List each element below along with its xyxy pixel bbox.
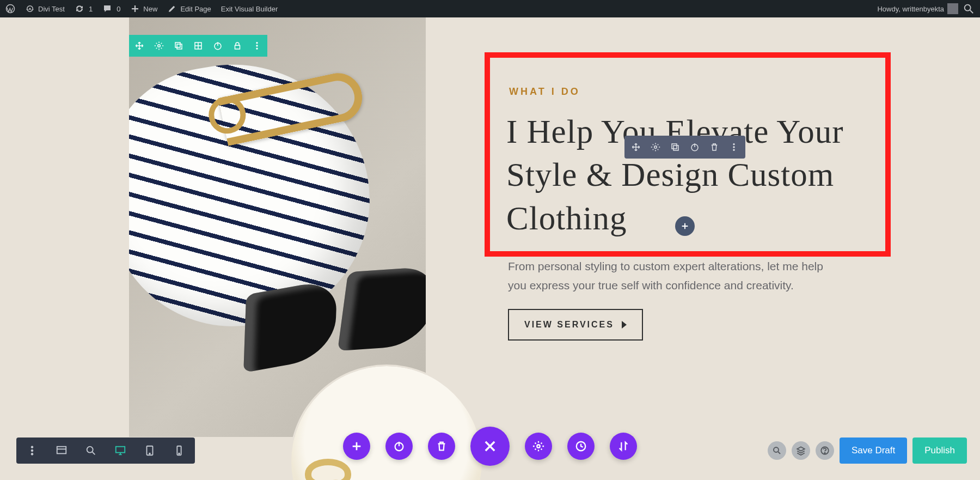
power-icon[interactable] (213, 41, 223, 51)
page-stage: WHAT I DO I Help You Elevate Your Style … (0, 17, 980, 480)
add-module-button[interactable] (675, 216, 695, 236)
new-label: New (143, 5, 157, 13)
zoom-view-icon[interactable] (85, 445, 97, 457)
more-icon[interactable] (729, 142, 739, 152)
wp-logo[interactable] (5, 4, 15, 14)
admin-search[interactable] (963, 3, 975, 15)
updates[interactable]: 1 (75, 4, 93, 14)
save-draft-button[interactable]: Save Draft (840, 438, 907, 464)
exit-visual-builder[interactable]: Exit Visual Builder (221, 5, 278, 13)
tablet-view-icon[interactable] (144, 445, 156, 457)
site-name[interactable]: Divi Test (25, 4, 65, 14)
edit-page-label: Edit Page (180, 5, 211, 13)
view-toolbar (16, 438, 195, 464)
eyebrow-text[interactable]: WHAT I DO (509, 86, 580, 98)
new-content[interactable]: New (130, 4, 157, 14)
svg-point-21 (31, 449, 33, 452)
svg-point-19 (733, 149, 735, 151)
more-icon[interactable] (252, 41, 262, 51)
page-settings-button[interactable] (525, 433, 552, 460)
my-account[interactable]: Howdy, writtenbyekta (877, 3, 958, 14)
wireframe-view-icon[interactable] (56, 445, 68, 457)
svg-rect-6 (177, 44, 182, 49)
trash-button[interactable] (428, 433, 455, 460)
svg-point-24 (87, 447, 93, 453)
svg-point-11 (256, 45, 258, 47)
avatar (947, 3, 958, 14)
section-toolbar (129, 35, 267, 57)
chevron-right-icon (622, 321, 627, 329)
svg-rect-23 (57, 447, 66, 454)
updates-count: 1 (89, 5, 93, 13)
wp-admin-bar: Divi Test 1 0 New Edit Page Exit Visual … (0, 0, 980, 17)
more-icon[interactable] (26, 445, 38, 457)
gear-icon[interactable] (154, 41, 164, 51)
element-toolbar (624, 136, 745, 159)
phone-view-icon[interactable] (173, 445, 185, 457)
add-section-button[interactable] (343, 433, 370, 460)
svg-rect-25 (116, 447, 125, 453)
svg-point-27 (149, 453, 150, 454)
svg-point-20 (31, 446, 33, 448)
svg-point-12 (256, 48, 258, 50)
save-library-icon[interactable] (193, 41, 203, 51)
svg-point-10 (256, 42, 258, 44)
power-button[interactable] (385, 433, 413, 460)
gear-icon[interactable] (651, 142, 660, 152)
comments[interactable]: 0 (102, 4, 120, 14)
svg-rect-14 (672, 144, 677, 149)
history-button[interactable] (567, 433, 595, 460)
move-icon[interactable] (134, 41, 144, 51)
power-icon[interactable] (690, 142, 700, 152)
body-text[interactable]: From personal styling to custom expert a… (508, 257, 840, 295)
svg-rect-5 (175, 42, 180, 47)
svg-point-3 (965, 5, 971, 11)
howdy-text: Howdy, writtenbyekta (877, 5, 944, 13)
layers-button[interactable] (792, 441, 810, 460)
close-builder-button[interactable] (470, 427, 510, 466)
search-button[interactable] (768, 441, 786, 460)
svg-point-18 (733, 147, 735, 148)
svg-point-29 (179, 453, 180, 454)
duplicate-icon[interactable] (174, 41, 183, 51)
svg-point-31 (537, 445, 540, 448)
trash-icon[interactable] (709, 142, 719, 152)
svg-point-22 (31, 453, 33, 455)
svg-rect-15 (673, 145, 678, 150)
duplicate-icon[interactable] (670, 142, 680, 152)
sort-button[interactable] (610, 433, 637, 460)
svg-point-35 (824, 453, 825, 454)
help-button[interactable] (816, 441, 834, 460)
exit-vb-label: Exit Visual Builder (221, 5, 278, 13)
lock-icon[interactable] (232, 41, 242, 51)
svg-point-17 (733, 143, 735, 145)
svg-point-13 (654, 146, 657, 149)
edit-page[interactable]: Edit Page (167, 4, 211, 14)
publish-button[interactable]: Publish (912, 438, 967, 464)
move-icon[interactable] (631, 142, 641, 152)
svg-point-33 (774, 447, 779, 452)
desktop-view-icon[interactable] (114, 445, 126, 457)
view-services-label: VIEW SERVICES (524, 320, 614, 330)
svg-rect-9 (235, 45, 240, 49)
comments-count: 0 (117, 5, 120, 13)
bottom-right-controls: Save Draft Publish (768, 438, 967, 464)
svg-point-4 (158, 45, 161, 47)
site-title-text: Divi Test (38, 5, 65, 13)
builder-controls (343, 427, 637, 466)
view-services-button[interactable]: VIEW SERVICES (508, 309, 643, 341)
